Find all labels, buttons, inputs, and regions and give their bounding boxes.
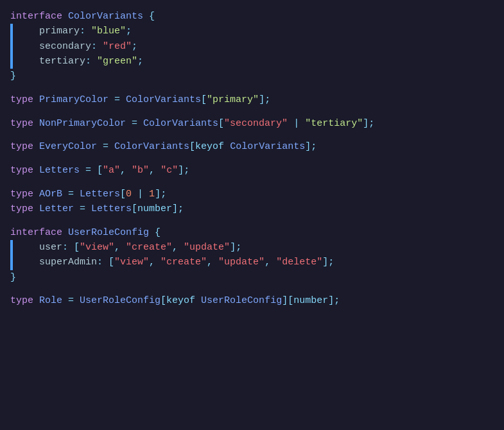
indent-bar (10, 240, 13, 255)
ref-letters2: Letters (91, 202, 132, 216)
kw-keyof2: keyof (166, 293, 201, 308)
string-green: "green" (97, 54, 137, 69)
ref-colorvariants3: ColorVariants (114, 139, 189, 154)
indent-space (18, 39, 39, 54)
indent-space (18, 240, 39, 255)
type-aorb: AOrB (39, 187, 68, 202)
blank-line (10, 83, 494, 92)
keyword-interface2: interface (10, 225, 68, 240)
string-b: "b" (132, 163, 149, 178)
code-line-18: interface UserRoleConfig { (10, 225, 494, 240)
property-superadmin: superAdmin (39, 255, 97, 270)
ref-colorvariants2: ColorVariants (143, 116, 218, 131)
type-nonprimarycolor: NonPrimaryColor (39, 116, 132, 131)
string-secondary: "secondary" (224, 116, 288, 131)
blank-line (10, 216, 494, 225)
type-userroleconfig: UserRoleConfig (68, 225, 155, 240)
string-red: "red" (103, 39, 132, 54)
code-line-21: } (10, 270, 494, 285)
ref-colorvariants4: ColorVariants (230, 139, 305, 154)
ref-userroleconfig2: UserRoleConfig (201, 293, 282, 308)
string-tertiary: "tertiary" (305, 116, 363, 131)
type-primarycolor: PrimaryColor (39, 92, 114, 107)
keyword-interface: interface (10, 9, 68, 24)
blank-line (10, 155, 494, 164)
str-update1: "update" (184, 240, 230, 255)
open-brace: { (149, 9, 155, 24)
kw-number2: number (293, 293, 328, 308)
num-1: 1 (149, 187, 155, 202)
property-primary: primary (39, 24, 80, 39)
string-a: "a" (103, 163, 120, 178)
close-brace2: } (10, 270, 16, 285)
ref-userroleconfig: UserRoleConfig (80, 293, 161, 308)
blank-line (10, 131, 494, 140)
ref-colorvariants: ColorVariants (126, 92, 201, 107)
blank-line (10, 107, 494, 116)
type-name: ColorVariants (68, 9, 149, 24)
code-line-23: type Role = UserRoleConfig[keyof UserRol… (10, 293, 494, 308)
type-role: Role (39, 293, 68, 308)
kw-type: type (10, 202, 39, 216)
close-brace: } (10, 69, 16, 83)
type-everycolor: EveryColor (39, 139, 103, 154)
kw-type: type (10, 163, 39, 178)
kw-type: type (10, 293, 39, 308)
indent-bar (10, 255, 13, 270)
num-0: 0 (126, 187, 132, 202)
indent-bar (10, 54, 13, 69)
kw-number: number (137, 202, 172, 216)
code-line-19: user: ["view", "create", "update"]; (10, 240, 494, 255)
indent-bar (10, 39, 13, 54)
indent-space (18, 54, 39, 69)
type-letter: Letter (39, 202, 80, 216)
code-line-15: type AOrB = Letters[0 | 1]; (10, 187, 494, 202)
kw-type: type (10, 116, 39, 131)
type-letters: Letters (39, 163, 85, 178)
code-line-1: interface ColorVariants { (10, 9, 494, 24)
indent-space (18, 255, 39, 270)
kw-type: type (10, 92, 39, 107)
code-line-7: type PrimaryColor = ColorVariants["prima… (10, 92, 494, 107)
code-line-5: } (10, 69, 494, 83)
str-create1: "create" (126, 240, 172, 255)
str-delete: "delete" (276, 255, 322, 270)
string-c: "c" (161, 163, 178, 178)
indent-bar (10, 24, 13, 39)
open-brace2: { (155, 225, 161, 240)
code-line-16: type Letter = Letters[number]; (10, 202, 494, 216)
kw-keyof: keyof (195, 139, 230, 154)
code-line-2: primary: "blue"; (10, 24, 494, 39)
code-line-11: type EveryColor = ColorVariants[keyof Co… (10, 139, 494, 154)
property-tertiary: tertiary (39, 54, 85, 69)
property-user: user (39, 240, 62, 255)
str-view2: "view" (114, 255, 149, 270)
string-blue: "blue" (91, 24, 126, 39)
code-line-13: type Letters = ["a", "b", "c"]; (10, 163, 494, 178)
str-view1: "view" (80, 240, 114, 255)
property-secondary: secondary (39, 39, 91, 54)
ref-letters: Letters (80, 187, 120, 202)
blank-line (10, 285, 494, 294)
kw-type: type (10, 187, 39, 202)
code-editor: interface ColorVariants { primary: "blue… (0, 0, 504, 430)
code-line-3: secondary: "red"; (10, 39, 494, 54)
code-line-20: superAdmin: ["view", "create", "update",… (10, 255, 494, 270)
blank-line (10, 178, 494, 187)
code-line-9: type NonPrimaryColor = ColorVariants["se… (10, 116, 494, 131)
str-update2: "update" (218, 255, 265, 270)
string-primary: "primary" (207, 92, 259, 107)
indent-space (18, 24, 39, 39)
kw-type: type (10, 139, 39, 154)
code-line-4: tertiary: "green"; (10, 54, 494, 69)
str-create2: "create" (161, 255, 207, 270)
